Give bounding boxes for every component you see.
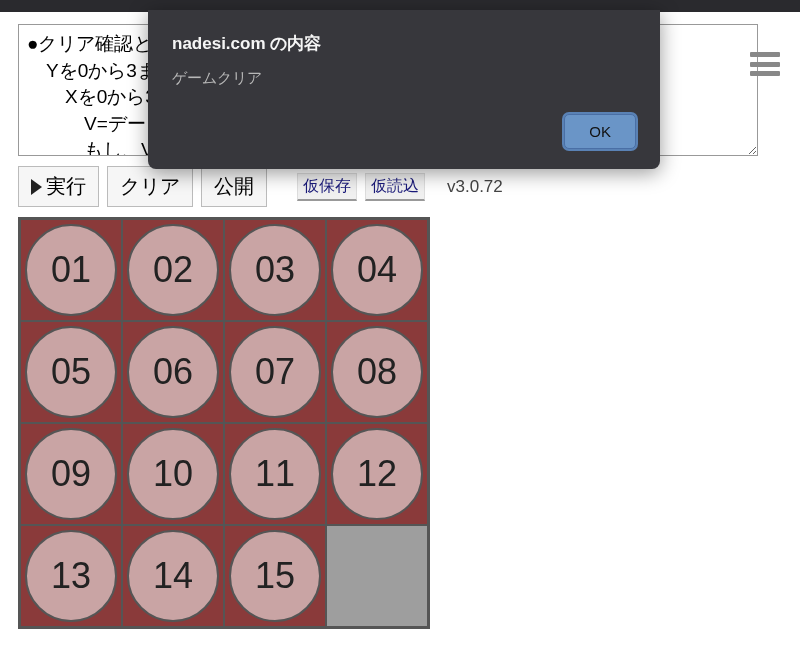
puzzle-tile[interactable]: 15	[224, 525, 326, 627]
tile-number: 09	[25, 428, 117, 520]
tile-number: 08	[331, 326, 423, 418]
tile-number: 13	[25, 530, 117, 622]
dialog-ok-button[interactable]: OK	[564, 114, 636, 149]
puzzle-tile[interactable]: 06	[122, 321, 224, 423]
temp-load-button[interactable]: 仮読込	[365, 173, 425, 201]
puzzle-tile[interactable]: 05	[20, 321, 122, 423]
clear-button[interactable]: クリア	[107, 166, 193, 207]
tile-number: 01	[25, 224, 117, 316]
tile-number: 04	[331, 224, 423, 316]
temp-save-button[interactable]: 仮保存	[297, 173, 357, 201]
menu-hamburger-icon[interactable]	[750, 52, 780, 76]
puzzle-tile[interactable]: 08	[326, 321, 428, 423]
alert-dialog: nadesi.com の内容 ゲームクリア OK	[148, 10, 660, 169]
puzzle-board: 01 02 03 04 05 06 07 08 09 10 11 12 13 1…	[18, 217, 430, 629]
run-button[interactable]: 実行	[18, 166, 99, 207]
dialog-message: ゲームクリア	[172, 69, 636, 88]
puzzle-tile[interactable]: 14	[122, 525, 224, 627]
version-label: v3.0.72	[447, 177, 503, 197]
puzzle-tile[interactable]: 03	[224, 219, 326, 321]
puzzle-tile[interactable]: 13	[20, 525, 122, 627]
publish-button-label: 公開	[214, 173, 254, 200]
dialog-title: nadesi.com の内容	[172, 32, 636, 55]
toolbar: 実行 クリア 公開 仮保存 仮読込 v3.0.72	[18, 166, 782, 207]
publish-button[interactable]: 公開	[201, 166, 267, 207]
puzzle-tile[interactable]: 01	[20, 219, 122, 321]
tile-number: 14	[127, 530, 219, 622]
puzzle-tile[interactable]: 02	[122, 219, 224, 321]
puzzle-tile[interactable]: 09	[20, 423, 122, 525]
tile-number: 02	[127, 224, 219, 316]
puzzle-tile[interactable]: 10	[122, 423, 224, 525]
puzzle-tile[interactable]: 07	[224, 321, 326, 423]
tile-number: 15	[229, 530, 321, 622]
tile-number: 06	[127, 326, 219, 418]
run-button-label: 実行	[46, 173, 86, 200]
puzzle-tile[interactable]: 04	[326, 219, 428, 321]
puzzle-tile[interactable]: 11	[224, 423, 326, 525]
tile-number: 10	[127, 428, 219, 520]
clear-button-label: クリア	[120, 173, 180, 200]
play-icon	[31, 179, 42, 195]
puzzle-tile-empty[interactable]	[326, 525, 428, 627]
tile-number: 07	[229, 326, 321, 418]
tile-number: 03	[229, 224, 321, 316]
puzzle-tile[interactable]: 12	[326, 423, 428, 525]
tile-number: 12	[331, 428, 423, 520]
tile-number: 11	[229, 428, 321, 520]
tile-number: 05	[25, 326, 117, 418]
